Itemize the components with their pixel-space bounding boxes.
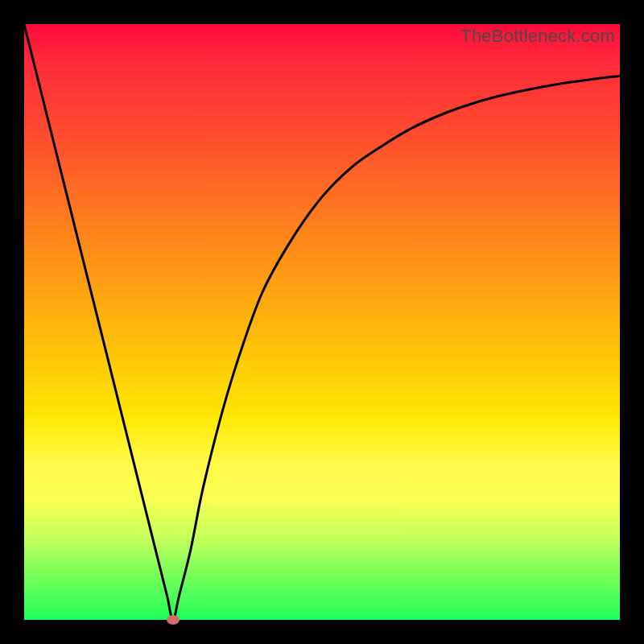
plot-area: TheBottleneck.com [24,24,620,620]
bottleneck-curve [24,24,620,620]
optimum-marker [167,615,180,625]
watermark-label: TheBottleneck.com [460,26,615,47]
chart-frame: TheBottleneck.com [0,0,644,644]
